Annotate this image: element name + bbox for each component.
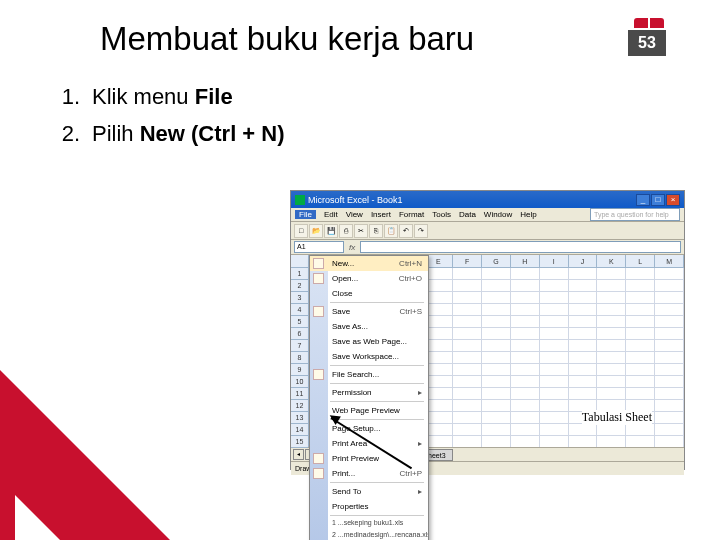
menu-item[interactable]: Save as Web Page... [310, 334, 428, 349]
slide-title: Membuat buku kerja baru [100, 20, 474, 58]
menu-view[interactable]: View [346, 210, 363, 219]
menu-item[interactable]: Close [310, 286, 428, 301]
menu-tools[interactable]: Tools [432, 210, 451, 219]
close-button[interactable]: × [666, 194, 680, 206]
menu-insert[interactable]: Insert [371, 210, 391, 219]
annotation-arrow [331, 417, 426, 419]
menu-item[interactable]: Web Page Preview [310, 403, 428, 418]
name-box[interactable]: A1 [294, 241, 344, 253]
excel-screenshot: Microsoft Excel - Book1 _ □ × File Edit … [290, 190, 685, 470]
window-titlebar: Microsoft Excel - Book1 _ □ × [291, 191, 684, 208]
logo-icon: 53 [628, 18, 670, 60]
menu-item[interactable]: SaveCtrl+S [310, 304, 428, 319]
tab-nav-first[interactable]: ◂ [293, 449, 304, 460]
menu-help[interactable]: Help [520, 210, 536, 219]
undo-icon[interactable]: ↶ [399, 224, 413, 238]
fx-icon[interactable]: fx [346, 243, 358, 252]
copy-icon[interactable]: ⎘ [369, 224, 383, 238]
list-item: 2. Pilih New (Ctrl + N) [50, 117, 670, 150]
menu-item[interactable]: Send To▸ [310, 484, 428, 499]
open-icon[interactable]: 📂 [309, 224, 323, 238]
menu-item[interactable]: Permission▸ [310, 385, 428, 400]
paste-icon[interactable]: 📋 [384, 224, 398, 238]
cut-icon[interactable]: ✂ [354, 224, 368, 238]
maximize-button[interactable]: □ [651, 194, 665, 206]
formula-bar[interactable]: A1 fx [291, 240, 684, 255]
print-icon[interactable]: ⎙ [339, 224, 353, 238]
menu-item[interactable]: Print Preview [310, 451, 428, 466]
menu-item[interactable]: Page Setup... [310, 421, 428, 436]
menu-item[interactable]: Save Workspace... [310, 349, 428, 364]
save-icon[interactable]: 💾 [324, 224, 338, 238]
menu-bar[interactable]: File Edit View Insert Format Tools Data … [291, 208, 684, 222]
help-search-input[interactable]: Type a question for help [590, 208, 680, 221]
redo-icon[interactable]: ↷ [414, 224, 428, 238]
menu-window[interactable]: Window [484, 210, 512, 219]
annotation-label: Tabulasi Sheet [582, 410, 652, 425]
menu-format[interactable]: Format [399, 210, 424, 219]
instruction-list: 1. Klik menu File 2. Pilih New (Ctrl + N… [0, 70, 720, 150]
menu-item[interactable]: Open...Ctrl+O [310, 271, 428, 286]
menu-item[interactable]: File Search... [310, 367, 428, 382]
minimize-button[interactable]: _ [636, 194, 650, 206]
decorative-triangle [0, 360, 180, 540]
file-menu-dropdown[interactable]: New...Ctrl+NOpen...Ctrl+OCloseSaveCtrl+S… [309, 255, 429, 540]
list-item: 1. Klik menu File [50, 80, 670, 113]
menu-item[interactable]: Properties [310, 499, 428, 514]
menu-file[interactable]: File [295, 210, 316, 219]
formula-input[interactable] [360, 241, 681, 253]
menu-item[interactable]: Save As... [310, 319, 428, 334]
row-headers[interactable]: 123456789101112131415 [291, 255, 309, 447]
standard-toolbar[interactable]: □ 📂 💾 ⎙ ✂ ⎘ 📋 ↶ ↷ [291, 222, 684, 240]
excel-icon [295, 195, 305, 205]
menu-edit[interactable]: Edit [324, 210, 338, 219]
new-icon[interactable]: □ [294, 224, 308, 238]
menu-item[interactable]: New...Ctrl+N [310, 256, 428, 271]
menu-data[interactable]: Data [459, 210, 476, 219]
